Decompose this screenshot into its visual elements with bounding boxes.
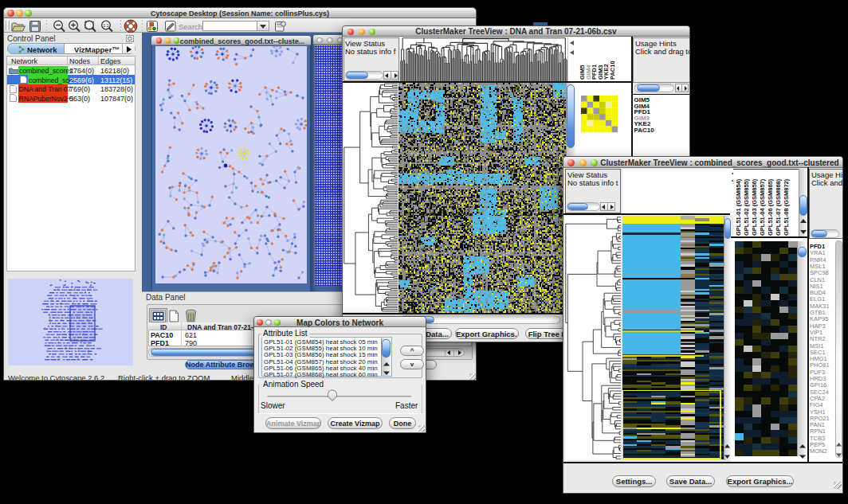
svg-text:GPL51-02 (GSM855): GPL51-02 (GSM855) xyxy=(743,178,750,236)
svg-text:1:1: 1:1 xyxy=(103,23,109,28)
svg-text:GPL51-08 (GSM872): GPL51-08 (GSM872) xyxy=(783,178,790,236)
svg-text:PAC10: PAC10 xyxy=(609,61,616,80)
svg-text:GPL51-07 (GSM868): GPL51-07 (GSM868) xyxy=(775,178,782,236)
svg-text:GPL51-04 (GSM857): GPL51-04 (GSM857) xyxy=(759,178,766,236)
svg-text:GPL51-01 (GSM854): GPL51-01 (GSM854) xyxy=(735,178,742,236)
svg-text:GPL51-03 (GSM856): GPL51-03 (GSM856) xyxy=(751,178,758,236)
svg-text:GPL51-06 (GSM865): GPL51-06 (GSM865) xyxy=(767,178,774,236)
